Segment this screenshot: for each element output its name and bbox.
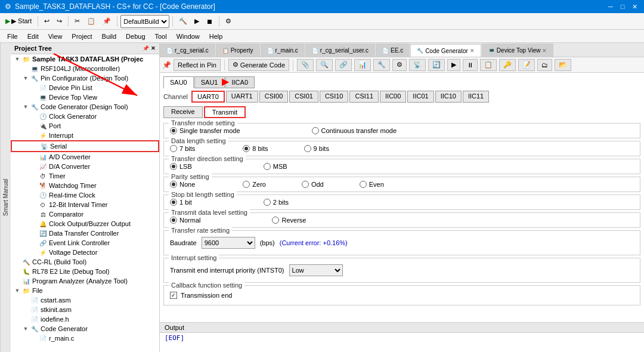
tab-code-generator[interactable]: 🔧 Code Generator ✕ [410, 44, 481, 57]
toolbar-icon-6[interactable]: ⚙ [392, 59, 407, 71]
tab-close-6[interactable]: ✕ [542, 48, 547, 54]
menu-window[interactable]: Window [172, 32, 205, 41]
toolbar-icon-1[interactable]: 📎 [297, 59, 314, 71]
data-9bits[interactable]: 9 bits [304, 145, 329, 152]
toolbar-icon-10[interactable]: ⏸ [463, 59, 478, 71]
toolbar-icon-14[interactable]: 🗂 [537, 59, 552, 71]
build-btn[interactable]: 🔨 [176, 15, 190, 28]
rt-tab-receive[interactable]: Receive [163, 106, 203, 118]
tree-item-device-pin[interactable]: 📄 Device Pin List [11, 83, 159, 92]
data-8bits[interactable]: 8 bits [243, 145, 268, 152]
debug-btn[interactable]: ▶ [191, 15, 202, 28]
menu-build[interactable]: Build [97, 32, 121, 41]
parity-odd[interactable]: Odd [302, 181, 324, 188]
tree-item-device-top[interactable]: 💻 Device Top View [11, 92, 159, 102]
toolbar-icon-9[interactable]: ▶ [447, 59, 460, 71]
channel-tab-iic00[interactable]: IIC00 [380, 91, 406, 103]
toolbar-icon-12[interactable]: 🔑 [499, 59, 516, 71]
tree-item-prog-analyzer[interactable]: 📊 Program Analyzer (Analyze Tool) [11, 276, 159, 286]
tree-item-rl78[interactable]: 🐛 RL78 E2 Lite (Debug Tool) [11, 267, 159, 276]
toolbar-icon-15[interactable]: 📂 [555, 59, 571, 71]
level-normal[interactable]: Normal [170, 217, 200, 224]
tree-item-port[interactable]: 🔌 Port [11, 121, 159, 131]
tree-item-stkinit[interactable]: 📄 stkinit.asm [11, 305, 159, 314]
tree-item-serial[interactable]: 📡 Serial [11, 140, 159, 152]
generate-code-button[interactable]: ⚙ Generate Code [228, 59, 289, 71]
tab-rmain[interactable]: 📄 r_main.c [261, 44, 305, 57]
tab-cg-user[interactable]: 📄 r_cg_serial_user.c [305, 44, 375, 57]
stop-1bit[interactable]: 1 bit [170, 199, 192, 206]
toolbar-icon-3[interactable]: 🔗 [335, 59, 352, 71]
stop-btn[interactable]: ⏹ [203, 15, 216, 28]
cut-btn[interactable]: ✂ [72, 15, 83, 28]
data-7bits[interactable]: 7 bits [170, 145, 195, 152]
project-tree-pin[interactable]: 📌 ✕ [143, 45, 156, 51]
tab-close-5[interactable]: ✕ [470, 48, 475, 54]
toolbar-icon-5[interactable]: 🔧 [373, 59, 390, 71]
tree-item-da[interactable]: 📈 D/A Converter [11, 162, 159, 171]
settings-btn[interactable]: ⚙ [222, 15, 234, 28]
reflect-in-pin-button[interactable]: Reflect in Pin [174, 59, 221, 71]
channel-tab-csi11[interactable]: CSI11 [349, 91, 379, 103]
tree-item-ad[interactable]: 📊 A/D Converter [11, 152, 159, 162]
toolbar-icon-7[interactable]: 📡 [409, 59, 426, 71]
menu-tool[interactable]: Tool [150, 32, 172, 41]
menu-debug[interactable]: Debug [121, 32, 150, 41]
baudrate-select[interactable]: 9600 19200 38400 57600 115200 [202, 237, 255, 249]
rt-tab-transmit[interactable]: Transmit [204, 106, 246, 118]
tab-device-top[interactable]: 💻 Device Top View ✕ [482, 44, 554, 57]
tab-ee[interactable]: 📄 EE.c [376, 44, 410, 57]
menu-file[interactable]: File [2, 32, 23, 41]
tree-item-clockout[interactable]: 🔔 Clock Output/Buzzer Output [11, 219, 159, 229]
sau-tab-sau1[interactable]: SAU1 ▶ [194, 76, 225, 88]
tree-item-voltage[interactable]: ⚡ Voltage Detector [11, 248, 159, 257]
toolbar-icon-4[interactable]: 📊 [354, 59, 371, 71]
tree-item-comparator[interactable]: ⚖ Comparator [11, 209, 159, 219]
parity-none[interactable]: None [170, 181, 195, 188]
channel-tab-iic10[interactable]: IIC10 [435, 91, 462, 103]
tree-item-iodefine[interactable]: 📄 iodefine.h [11, 314, 159, 324]
parity-zero[interactable]: Zero [243, 181, 266, 188]
toolbar-icon-8[interactable]: 🔄 [428, 59, 445, 71]
tree-item-mcu[interactable]: 💻 R5F104LJ (Microcontroller) [11, 64, 159, 73]
menu-view[interactable]: View [44, 32, 67, 41]
channel-tab-uart1[interactable]: UART1 [226, 91, 258, 103]
build-dropdown[interactable]: DefaultBuild [120, 15, 169, 28]
channel-tab-csi10[interactable]: CSI10 [320, 91, 349, 103]
tree-item-codegen2[interactable]: ▼ 🔧 Code Generator [11, 324, 159, 334]
tree-item-watchdog[interactable]: 🐕 Watchdog Timer [11, 181, 159, 190]
tab-property[interactable]: 📋 Property [216, 44, 260, 57]
channel-tab-uart0[interactable]: UART0 [191, 91, 225, 103]
start-button[interactable]: ▶ ▶ Start [2, 15, 35, 28]
tree-item-cstart[interactable]: 📄 cstart.asm [11, 295, 159, 305]
transfer-mode-single[interactable]: Single transfer mode [170, 127, 240, 134]
redo-btn[interactable]: ↪ [54, 15, 65, 28]
tree-item-sample[interactable]: ▼ 📁 Sample TASK3 DATAFLASH (Projec [11, 54, 159, 64]
tree-item-timer[interactable]: ⏱ Timer [11, 171, 159, 181]
undo-btn[interactable]: ↩ [41, 15, 52, 28]
menu-project[interactable]: Project [67, 32, 97, 41]
maximize-btn[interactable]: □ [618, 2, 627, 11]
sau-tab-sau0[interactable]: SAU0 [163, 76, 194, 88]
paste-btn[interactable]: 📌 [100, 15, 114, 28]
tree-item-rmain[interactable]: 📄 r_main.c [11, 334, 159, 343]
tree-item-12bit[interactable]: ⏲ 12-Bit Interval Timer [11, 200, 159, 209]
tab-cg-serial[interactable]: 📄 r_cg_serial.c [160, 44, 215, 57]
tree-item-codegen[interactable]: ▼ 🔧 Code Generator (Design Tool) [11, 102, 159, 112]
toolbar-icon-13[interactable]: 📝 [518, 59, 535, 71]
menu-help[interactable]: Help [205, 32, 228, 41]
copy-btn[interactable]: 📋 [84, 15, 98, 28]
dir-lsb[interactable]: LSB [170, 163, 192, 170]
sau-tab-iica0[interactable]: IICA0 [225, 76, 255, 88]
tree-item-rtclock[interactable]: 🕐 Real-time Clock [11, 190, 159, 200]
minimize-btn[interactable]: ─ [606, 2, 615, 11]
tree-item-interrupt[interactable]: ⚡ Interrupt [11, 131, 159, 140]
smart-manual-sidebar[interactable]: Smart Manual [0, 43, 11, 352]
toolbar-icon-11[interactable]: 📋 [480, 59, 497, 71]
channel-tab-iic11[interactable]: IIC11 [463, 91, 489, 103]
tree-item-elc[interactable]: 🔗 Event Link Controller [11, 238, 159, 248]
dir-msb[interactable]: MSB [264, 163, 287, 170]
tree-item-file[interactable]: ▼ 📁 File [11, 286, 159, 295]
transfer-mode-continuous[interactable]: Continuous transfer mode [312, 127, 397, 134]
tree-item-ccrl[interactable]: 🔨 CC-RL (Build Tool) [11, 257, 159, 267]
